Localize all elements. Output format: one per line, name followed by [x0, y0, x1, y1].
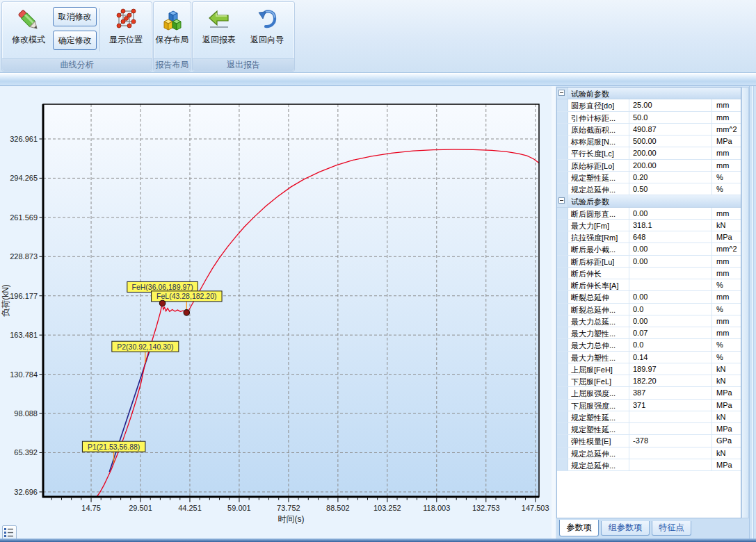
param-row[interactable]: 上屈服强度...387MPa — [557, 387, 741, 399]
param-row[interactable]: 断后最小截...0.00mm^2 — [557, 243, 741, 255]
legend-toggle-button[interactable] — [2, 525, 17, 540]
param-row[interactable]: 原始截面积...490.87mm^2 — [557, 124, 741, 136]
param-row[interactable]: 断裂总延伸...0.0% — [557, 304, 741, 315]
show-position-label: 显示位置 — [102, 35, 150, 44]
param-row[interactable]: 最大力塑性...0.14% — [557, 352, 741, 363]
show-position-button[interactable]: 显示位置 — [102, 4, 150, 59]
x-tick-label: 118.003 — [423, 504, 450, 512]
param-row[interactable]: 上屈服[FeH]189.97kN — [557, 363, 741, 375]
row-gutter — [557, 315, 568, 327]
y-tick-label: 98.088 — [14, 409, 38, 418]
param-row[interactable]: 规定塑性延...MPa — [557, 423, 741, 435]
param-row[interactable]: 规定塑性延...kN — [557, 411, 741, 423]
param-unit: GPa — [712, 435, 741, 446]
param-name: 下屈服[FeL] — [568, 375, 629, 386]
row-gutter — [557, 172, 568, 183]
panel-splitter[interactable] — [552, 86, 556, 539]
param-value — [629, 423, 712, 434]
param-row[interactable]: 平行长度[Lc]200.00mm — [557, 147, 741, 159]
param-unit: mm — [712, 147, 741, 158]
row-gutter — [557, 423, 568, 434]
param-row[interactable]: 最大力总伸...0.0% — [557, 339, 741, 351]
row-gutter — [557, 400, 568, 411]
param-unit: kN — [712, 411, 741, 422]
param-row[interactable]: 弹性模量[E]-378GPa — [557, 435, 741, 447]
back-to-report-button[interactable]: 返回报表 — [196, 4, 242, 59]
param-unit: mm^2 — [712, 243, 741, 254]
save-layout-button[interactable]: 保存布局 — [154, 4, 190, 59]
modify-mode-button[interactable]: 修改模式 — [6, 4, 51, 59]
param-name: 上屈服强度... — [568, 387, 629, 398]
row-gutter — [557, 279, 568, 290]
param-section-header[interactable]: 试验后参数 — [557, 195, 741, 207]
row-gutter — [557, 243, 568, 254]
group-label-exit-report: 退出报告 — [193, 58, 294, 71]
param-name: 最大力[Fm] — [568, 220, 629, 231]
param-row[interactable]: 引伸计标距...50.0mm — [557, 112, 741, 124]
ribbon-group-exit-report: 返回报表 返回向导 退出报告 — [192, 1, 295, 72]
param-value — [629, 279, 712, 290]
param-row[interactable]: 抗拉强度[Rm]648MPa — [557, 231, 741, 243]
param-name: 规定总延伸... — [568, 183, 629, 195]
param-row[interactable]: 圆形直径[do]25.00mm — [557, 99, 741, 111]
param-name: 最大力总伸... — [568, 339, 629, 350]
param-value: 0.00 — [629, 291, 712, 302]
window-bottom-border — [0, 539, 756, 542]
x-tick-label: 14.75 — [81, 504, 101, 512]
confirm-modify-button[interactable]: 确定修改 — [53, 31, 97, 50]
param-row[interactable]: 标称屈服[N...500.00MPa — [557, 136, 741, 147]
param-unit: mm — [712, 99, 741, 110]
param-row[interactable]: 断后圆形直...0.00mm — [557, 208, 741, 220]
param-value: 387 — [629, 387, 712, 398]
row-gutter — [557, 435, 568, 446]
param-value — [629, 447, 712, 459]
panel-tab-3[interactable]: 特征点 — [652, 521, 691, 536]
param-unit: % — [712, 304, 741, 315]
param-row[interactable]: 最大力[Fm]318.1kN — [557, 220, 741, 231]
param-row[interactable]: 最大力总延...0.00mm — [557, 315, 741, 327]
param-row[interactable]: 规定总延伸...0.50% — [557, 183, 741, 195]
curve-chart[interactable]: 14.7529.50144.25159.00173.75288.502103.2… — [0, 86, 552, 539]
param-name: 断后圆形直... — [568, 208, 629, 219]
param-row[interactable]: 下屈服强度...371MPa — [557, 400, 741, 411]
param-row[interactable]: 规定总延伸...MPa — [557, 459, 741, 471]
parameter-grid-scrollbar[interactable] — [741, 87, 749, 518]
param-value: 648 — [629, 231, 712, 243]
param-section-header[interactable]: 试验前参数 — [557, 88, 741, 99]
param-unit: % — [712, 183, 741, 195]
param-unit: mm — [712, 160, 741, 171]
param-row[interactable]: 断后伸长率[A]% — [557, 279, 741, 291]
param-name: 引伸计标距... — [568, 112, 629, 123]
annotation-label-text: FeL(43.28,182.20) — [156, 292, 216, 300]
param-row[interactable]: 规定塑性延...0.20% — [557, 172, 741, 183]
collapse-icon[interactable] — [558, 197, 565, 204]
param-unit: kN — [712, 375, 741, 386]
y-tick-label: 228.873 — [10, 252, 38, 261]
param-row[interactable]: 最大力塑性...0.07mm — [557, 327, 741, 339]
panel-tab-2[interactable]: 组参数项 — [601, 521, 650, 536]
collapse-icon[interactable] — [558, 90, 565, 96]
cancel-modify-button[interactable]: 取消修改 — [53, 7, 97, 26]
param-row[interactable]: 原始标距[Lo]200.00mm — [557, 160, 741, 172]
row-gutter — [557, 268, 568, 279]
curve-chart-panel[interactable]: 14.7529.50144.25159.00173.75288.502103.2… — [0, 86, 552, 539]
param-row[interactable]: 断后伸长mm — [557, 268, 741, 279]
param-row[interactable]: 断后标距[Lu]0.00mm — [557, 256, 741, 268]
back-to-wizard-button[interactable]: 返回向导 — [243, 4, 291, 59]
row-gutter — [557, 147, 568, 158]
panel-tab-1[interactable]: 参数项 — [559, 520, 599, 536]
param-name: 规定塑性延... — [568, 423, 629, 434]
param-row[interactable]: 规定总延伸...kN — [557, 447, 741, 459]
param-row[interactable]: 断裂总延伸0.00mm — [557, 291, 741, 303]
undo-arrow-icon — [254, 6, 280, 34]
param-name: 原始截面积... — [568, 124, 629, 135]
right-edge-strip[interactable] — [749, 86, 756, 539]
param-value — [629, 411, 712, 422]
row-gutter — [557, 231, 568, 243]
param-unit: % — [712, 279, 741, 290]
cubes-icon — [159, 6, 186, 34]
row-gutter — [557, 220, 568, 231]
param-row[interactable]: 下屈服[FeL]182.20kN — [557, 375, 741, 387]
param-unit: MPa — [712, 400, 741, 411]
param-value: 0.07 — [629, 327, 712, 338]
